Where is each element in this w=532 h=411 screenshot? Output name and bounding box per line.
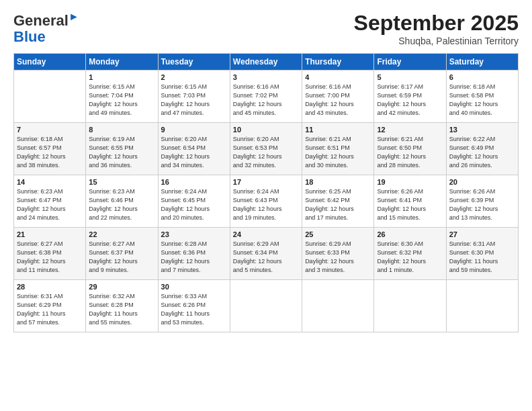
day-info: Sunrise: 6:17 AM Sunset: 6:59 PM Dayligh…: [377, 83, 443, 118]
calendar-cell: 18Sunrise: 6:25 AM Sunset: 6:42 PM Dayli…: [302, 175, 374, 228]
day-number: 24: [233, 230, 299, 238]
col-header-thursday: Thursday: [302, 54, 374, 71]
calendar-cell: 22Sunrise: 6:27 AM Sunset: 6:37 PM Dayli…: [86, 228, 158, 280]
day-number: 30: [161, 283, 227, 291]
month-title: September 2025: [354, 11, 519, 36]
day-number: 27: [449, 230, 515, 238]
col-header-friday: Friday: [374, 54, 446, 71]
day-number: 13: [449, 126, 515, 134]
day-number: 9: [161, 126, 227, 134]
day-number: 21: [17, 230, 83, 238]
calendar-cell: [302, 280, 374, 332]
calendar-cell: 28Sunrise: 6:31 AM Sunset: 6:29 PM Dayli…: [14, 280, 86, 332]
calendar-cell: 5Sunrise: 6:17 AM Sunset: 6:59 PM Daylig…: [374, 71, 446, 123]
day-info: Sunrise: 6:33 AM Sunset: 6:26 PM Dayligh…: [161, 292, 227, 327]
day-number: 18: [305, 178, 371, 186]
day-info: Sunrise: 6:29 AM Sunset: 6:34 PM Dayligh…: [233, 240, 299, 275]
col-header-monday: Monday: [86, 54, 158, 71]
calendar-body: 1Sunrise: 6:15 AM Sunset: 7:04 PM Daylig…: [14, 71, 519, 332]
calendar-cell: 17Sunrise: 6:24 AM Sunset: 6:43 PM Dayli…: [230, 175, 302, 228]
day-info: Sunrise: 6:23 AM Sunset: 6:46 PM Dayligh…: [89, 187, 154, 222]
day-info: Sunrise: 6:20 AM Sunset: 6:53 PM Dayligh…: [233, 135, 299, 170]
col-header-saturday: Saturday: [446, 54, 518, 71]
calendar-cell: 7Sunrise: 6:18 AM Sunset: 6:57 PM Daylig…: [14, 123, 86, 175]
calendar-cell: 19Sunrise: 6:26 AM Sunset: 6:41 PM Dayli…: [374, 175, 446, 228]
header: General► Blue September 2025 Shuqba, Pal…: [13, 11, 519, 46]
location: Shuqba, Palestinian Territory: [354, 36, 519, 46]
day-number: 15: [89, 178, 154, 186]
day-number: 28: [17, 283, 83, 291]
day-info: Sunrise: 6:18 AM Sunset: 6:57 PM Dayligh…: [17, 135, 83, 170]
day-number: 23: [161, 230, 227, 238]
calendar-cell: 9Sunrise: 6:20 AM Sunset: 6:54 PM Daylig…: [158, 123, 230, 175]
day-number: 29: [89, 283, 154, 291]
day-info: Sunrise: 6:15 AM Sunset: 7:03 PM Dayligh…: [161, 83, 227, 118]
col-header-sunday: Sunday: [14, 54, 86, 71]
day-info: Sunrise: 6:28 AM Sunset: 6:36 PM Dayligh…: [161, 240, 227, 275]
day-info: Sunrise: 6:29 AM Sunset: 6:33 PM Dayligh…: [305, 240, 371, 275]
day-number: 8: [89, 126, 154, 134]
calendar-table: SundayMondayTuesdayWednesdayThursdayFrid…: [13, 53, 519, 332]
day-number: 10: [233, 126, 299, 134]
week-row-2: 7Sunrise: 6:18 AM Sunset: 6:57 PM Daylig…: [14, 123, 519, 175]
calendar-cell: 27Sunrise: 6:31 AM Sunset: 6:30 PM Dayli…: [446, 228, 518, 280]
logo-blue: Blue: [13, 30, 46, 44]
calendar-cell: 29Sunrise: 6:32 AM Sunset: 6:28 PM Dayli…: [86, 280, 158, 332]
day-number: 7: [17, 126, 83, 134]
day-info: Sunrise: 6:26 AM Sunset: 6:41 PM Dayligh…: [377, 187, 443, 222]
day-number: 2: [161, 73, 227, 81]
calendar-cell: 30Sunrise: 6:33 AM Sunset: 6:26 PM Dayli…: [158, 280, 230, 332]
week-row-5: 28Sunrise: 6:31 AM Sunset: 6:29 PM Dayli…: [14, 280, 519, 332]
day-info: Sunrise: 6:15 AM Sunset: 7:04 PM Dayligh…: [89, 83, 154, 118]
calendar-cell: 25Sunrise: 6:29 AM Sunset: 6:33 PM Dayli…: [302, 228, 374, 280]
calendar-cell: 13Sunrise: 6:22 AM Sunset: 6:49 PM Dayli…: [446, 123, 518, 175]
calendar-cell: 10Sunrise: 6:20 AM Sunset: 6:53 PM Dayli…: [230, 123, 302, 175]
calendar-cell: [374, 280, 446, 332]
day-info: Sunrise: 6:27 AM Sunset: 6:38 PM Dayligh…: [17, 240, 83, 275]
day-number: 20: [449, 178, 515, 186]
day-info: Sunrise: 6:31 AM Sunset: 6:29 PM Dayligh…: [17, 292, 83, 327]
day-number: 11: [305, 126, 371, 134]
calendar-cell: 6Sunrise: 6:18 AM Sunset: 6:58 PM Daylig…: [446, 71, 518, 123]
day-number: 14: [17, 178, 83, 186]
day-info: Sunrise: 6:20 AM Sunset: 6:54 PM Dayligh…: [161, 135, 227, 170]
calendar-cell: 12Sunrise: 6:21 AM Sunset: 6:50 PM Dayli…: [374, 123, 446, 175]
day-number: 19: [377, 178, 443, 186]
calendar-cell: 4Sunrise: 6:16 AM Sunset: 7:00 PM Daylig…: [302, 71, 374, 123]
calendar-cell: 14Sunrise: 6:23 AM Sunset: 6:47 PM Dayli…: [14, 175, 86, 228]
day-info: Sunrise: 6:21 AM Sunset: 6:50 PM Dayligh…: [377, 135, 443, 170]
day-number: 1: [89, 73, 154, 81]
day-number: 17: [233, 178, 299, 186]
calendar-cell: 21Sunrise: 6:27 AM Sunset: 6:38 PM Dayli…: [14, 228, 86, 280]
logo: General► Blue: [13, 11, 79, 44]
day-info: Sunrise: 6:31 AM Sunset: 6:30 PM Dayligh…: [449, 240, 515, 275]
calendar-cell: 20Sunrise: 6:26 AM Sunset: 6:39 PM Dayli…: [446, 175, 518, 228]
title-block: September 2025 Shuqba, Palestinian Terri…: [354, 11, 519, 46]
calendar-cell: 16Sunrise: 6:24 AM Sunset: 6:45 PM Dayli…: [158, 175, 230, 228]
calendar-cell: 8Sunrise: 6:19 AM Sunset: 6:55 PM Daylig…: [86, 123, 158, 175]
day-info: Sunrise: 6:24 AM Sunset: 6:43 PM Dayligh…: [233, 187, 299, 222]
day-number: 25: [305, 230, 371, 238]
day-info: Sunrise: 6:30 AM Sunset: 6:32 PM Dayligh…: [377, 240, 443, 275]
day-number: 4: [305, 73, 371, 81]
week-row-4: 21Sunrise: 6:27 AM Sunset: 6:38 PM Dayli…: [14, 228, 519, 280]
day-info: Sunrise: 6:19 AM Sunset: 6:55 PM Dayligh…: [89, 135, 154, 170]
calendar-cell: [230, 280, 302, 332]
day-number: 16: [161, 178, 227, 186]
day-info: Sunrise: 6:32 AM Sunset: 6:28 PM Dayligh…: [89, 292, 154, 327]
week-row-3: 14Sunrise: 6:23 AM Sunset: 6:47 PM Dayli…: [14, 175, 519, 228]
day-info: Sunrise: 6:16 AM Sunset: 7:00 PM Dayligh…: [305, 83, 371, 118]
calendar-cell: 3Sunrise: 6:16 AM Sunset: 7:02 PM Daylig…: [230, 71, 302, 123]
day-info: Sunrise: 6:26 AM Sunset: 6:39 PM Dayligh…: [449, 187, 515, 222]
col-header-wednesday: Wednesday: [230, 54, 302, 71]
calendar-cell: 2Sunrise: 6:15 AM Sunset: 7:03 PM Daylig…: [158, 71, 230, 123]
calendar-cell: [14, 71, 86, 123]
calendar-header-row: SundayMondayTuesdayWednesdayThursdayFrid…: [14, 54, 519, 71]
calendar-cell: 24Sunrise: 6:29 AM Sunset: 6:34 PM Dayli…: [230, 228, 302, 280]
calendar-cell: 15Sunrise: 6:23 AM Sunset: 6:46 PM Dayli…: [86, 175, 158, 228]
day-number: 6: [449, 73, 515, 81]
day-info: Sunrise: 6:21 AM Sunset: 6:51 PM Dayligh…: [305, 135, 371, 170]
day-info: Sunrise: 6:25 AM Sunset: 6:42 PM Dayligh…: [305, 187, 371, 222]
week-row-1: 1Sunrise: 6:15 AM Sunset: 7:04 PM Daylig…: [14, 71, 519, 123]
day-number: 3: [233, 73, 299, 81]
